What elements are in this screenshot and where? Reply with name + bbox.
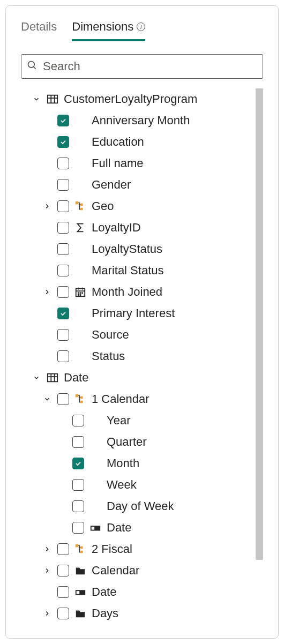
item-label: Month: [107, 456, 139, 470]
checkbox[interactable]: [57, 286, 69, 298]
checkbox[interactable]: [57, 115, 69, 126]
tree-item[interactable]: Days: [21, 603, 250, 624]
tree-group-customer[interactable]: CustomerLoyaltyProgram: [21, 88, 250, 110]
tab-dimensions[interactable]: Dimensions i: [72, 20, 145, 41]
checkbox[interactable]: [57, 586, 69, 598]
tree-item[interactable]: Status: [21, 346, 250, 367]
tree-item[interactable]: Quarter: [21, 431, 250, 453]
tree-item[interactable]: Geo: [21, 196, 250, 217]
chevron-down-icon[interactable]: [42, 395, 52, 403]
checkbox[interactable]: [57, 158, 69, 169]
checkbox[interactable]: [57, 393, 69, 405]
hierarchy-icon: [74, 393, 86, 405]
tree-item[interactable]: Day of Week: [21, 496, 250, 517]
folder-icon: [74, 565, 86, 576]
tree-item[interactable]: Month: [21, 453, 250, 474]
item-label: 2 Fiscal: [92, 542, 132, 556]
tree-item[interactable]: Education: [21, 131, 250, 153]
item-label: Calendar: [92, 564, 139, 578]
sigma-icon: [74, 222, 86, 234]
item-label: LoyaltyStatus: [92, 242, 162, 256]
item-label: Education: [92, 135, 144, 149]
item-label: Quarter: [107, 435, 147, 449]
checkbox[interactable]: [57, 608, 69, 619]
chevron-right-icon[interactable]: [42, 545, 52, 553]
tab-details[interactable]: Details: [21, 20, 57, 41]
hierarchy-icon: [74, 200, 86, 212]
item-label: Geo: [92, 199, 114, 213]
chevron-right-icon[interactable]: [42, 567, 52, 574]
checkbox[interactable]: [72, 500, 84, 512]
svg-point-14: [80, 293, 80, 293]
tree-item[interactable]: Calendar: [21, 560, 250, 581]
tree-item[interactable]: LoyaltyID: [21, 217, 250, 238]
tree-item[interactable]: Full name: [21, 153, 250, 174]
chevron-down-icon[interactable]: [32, 374, 41, 381]
checkbox[interactable]: [72, 458, 84, 469]
calendar-icon: [74, 286, 86, 298]
checkbox[interactable]: [57, 243, 69, 255]
tree-item[interactable]: Anniversary Month: [21, 110, 250, 131]
svg-rect-8: [80, 208, 83, 211]
group-label: CustomerLoyaltyProgram: [64, 92, 197, 106]
checkbox[interactable]: [57, 179, 69, 191]
search-input[interactable]: [42, 59, 257, 74]
svg-rect-28: [80, 546, 83, 549]
svg-rect-7: [80, 204, 83, 206]
item-label: Source: [92, 328, 129, 342]
tree-item[interactable]: Date: [21, 581, 250, 603]
tree-item[interactable]: 2 Fiscal: [21, 538, 250, 560]
checkbox[interactable]: [57, 222, 69, 234]
checkbox[interactable]: [57, 308, 69, 319]
search-box[interactable]: [21, 54, 263, 79]
checkbox[interactable]: [72, 415, 84, 426]
tree-item[interactable]: Marital Status: [21, 260, 250, 281]
tree-item[interactable]: LoyaltyStatus: [21, 238, 250, 260]
search-icon: [27, 60, 38, 73]
hierarchy-icon: [74, 543, 86, 555]
tree-item[interactable]: Date: [21, 517, 250, 538]
chevron-right-icon[interactable]: [42, 610, 52, 617]
checkbox[interactable]: [72, 522, 84, 534]
checkbox[interactable]: [57, 543, 69, 555]
checkbox[interactable]: [72, 479, 84, 491]
svg-rect-22: [76, 394, 79, 398]
table-icon: [47, 372, 58, 384]
checkbox[interactable]: [57, 350, 69, 362]
tree-item[interactable]: Month Joined: [21, 281, 250, 303]
checkbox[interactable]: [57, 200, 69, 212]
svg-rect-23: [80, 396, 83, 399]
checkbox[interactable]: [72, 436, 84, 448]
item-label: Day of Week: [107, 499, 174, 513]
svg-rect-29: [80, 551, 83, 553]
checkbox[interactable]: [57, 265, 69, 276]
tabs: Details Dimensions i: [21, 20, 263, 41]
checkbox[interactable]: [57, 565, 69, 576]
key-icon: [74, 586, 86, 598]
svg-point-13: [78, 293, 79, 293]
tree-item[interactable]: Year: [21, 410, 250, 431]
item-label: LoyaltyID: [92, 221, 141, 235]
tree-item[interactable]: Primary Interest: [21, 303, 250, 324]
svg-point-16: [78, 295, 79, 295]
item-label: Date: [92, 585, 116, 599]
chevron-right-icon[interactable]: [42, 288, 52, 296]
item-label: Gender: [92, 178, 131, 192]
scrollbar[interactable]: [256, 88, 263, 560]
tree-item[interactable]: 1 Calendar: [21, 388, 250, 410]
tree-group-date[interactable]: Date: [21, 367, 250, 388]
tree-item[interactable]: Gender: [21, 174, 250, 196]
info-icon[interactable]: i: [137, 23, 145, 31]
checkbox[interactable]: [57, 136, 69, 148]
svg-rect-6: [76, 201, 79, 205]
tree: CustomerLoyaltyProgram Anniversary Month…: [21, 88, 263, 624]
tree-item[interactable]: Source: [21, 324, 250, 346]
chevron-right-icon[interactable]: [42, 203, 52, 210]
svg-point-17: [80, 295, 80, 295]
svg-line-1: [34, 67, 36, 69]
tree-item[interactable]: Week: [21, 474, 250, 496]
svg-rect-26: [92, 527, 95, 530]
item-label: Marital Status: [92, 264, 164, 278]
chevron-down-icon[interactable]: [32, 95, 41, 103]
checkbox[interactable]: [57, 329, 69, 341]
